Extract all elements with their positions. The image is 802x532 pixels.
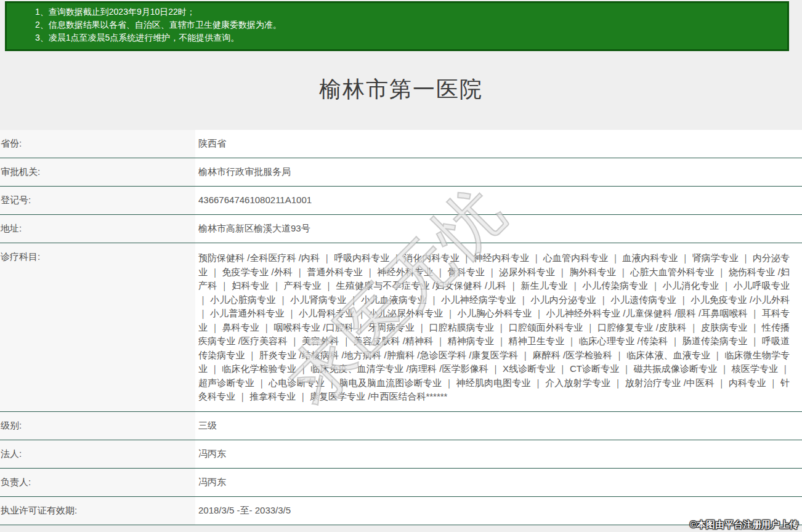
notice-line-2: 2、信息数据结果以各省、自治区、直辖市卫生健康委数据为准。 — [35, 18, 781, 31]
table-row-legal-person: 法人: 冯丙东 — [0, 440, 802, 469]
row-label: 负责人: — [0, 469, 195, 496]
table-row-province: 省份: 陕西省 — [0, 130, 802, 158]
row-value: 冯丙东 — [195, 469, 802, 496]
table-row-address: 地址: 榆林市高新区榆溪大道93号 — [0, 215, 802, 243]
table-row-medical-subjects: 诊疗科目: 预防保健科 /全科医疗科 /内科 ｜ 呼吸内科专业 ｜ 消化内科专业… — [0, 243, 802, 412]
row-value: 榆林市行政审批服务局 — [195, 158, 802, 186]
table-row-registration-number: 登记号: 43667647461080211A1001 — [0, 187, 802, 215]
table-row-license-validity: 执业许可证有效期: 2018/3/5 -至- 2033/3/5 — [0, 497, 802, 525]
row-label: 省份: — [0, 130, 195, 158]
notice-line-1: 1、查询数据截止到2023年9月10日22时； — [35, 6, 781, 18]
row-label: 地址: — [0, 215, 195, 243]
row-value: 43667647461080211A1001 — [195, 187, 802, 214]
row-value: 三级 — [195, 412, 802, 440]
row-label: 诊疗科目: — [0, 243, 195, 411]
row-label: 执业许可证有效期: — [0, 497, 195, 525]
table-row-level: 级别: 三级 — [0, 412, 802, 440]
table-row-person-in-charge: 负责人: 冯丙东 — [0, 469, 802, 497]
row-label: 审批机关: — [0, 158, 195, 186]
page-title: 榆林市第一医院 — [319, 75, 483, 105]
row-value: 预防保健科 /全科医疗科 /内科 ｜ 呼吸内科专业 ｜ 消化内科专业 ｜ 神经内… — [195, 243, 802, 411]
row-value: 冯丙东 — [195, 440, 802, 468]
uploader-watermark: ©本图由平台注册用户上传 — [690, 519, 798, 531]
title-section: 榆林市第一医院 — [0, 49, 802, 130]
hospital-info-table: 省份: 陕西省 审批机关: 榆林市行政审批服务局 登记号: 4366764746… — [0, 130, 802, 525]
row-value: 陕西省 — [195, 130, 802, 158]
row-value: 榆林市高新区榆溪大道93号 — [195, 215, 802, 243]
row-label: 法人: — [0, 440, 195, 468]
row-label: 级别: — [0, 412, 195, 440]
notice-banner: 1、查询数据截止到2023年9月10日22时； 2、信息数据结果以各省、自治区、… — [5, 1, 789, 51]
notice-line-3: 3、凌晨1点至凌晨5点系统进行维护，不能提供查询。 — [35, 31, 781, 44]
row-label: 登记号: — [0, 187, 195, 214]
table-row-approval-authority: 审批机关: 榆林市行政审批服务局 — [0, 158, 802, 187]
